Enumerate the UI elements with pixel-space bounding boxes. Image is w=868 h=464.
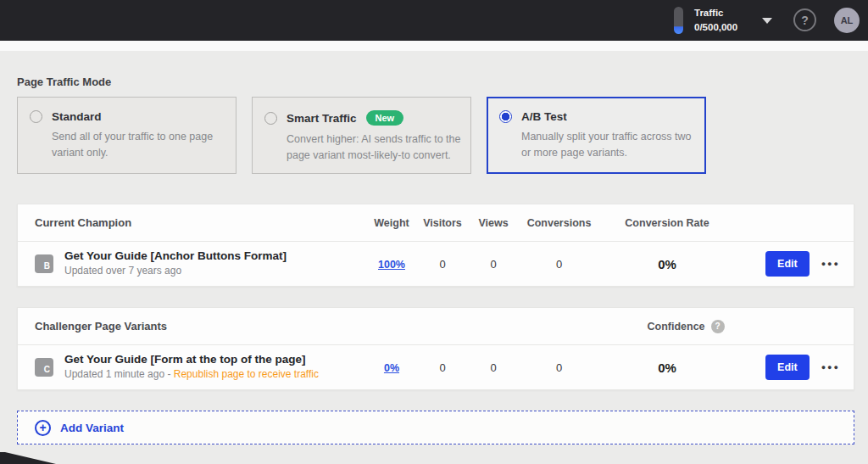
column-header-views: Views bbox=[468, 217, 519, 229]
column-header-visitors: Visitors bbox=[417, 217, 468, 229]
traffic-gauge-icon bbox=[674, 7, 683, 34]
views-value: 0 bbox=[468, 361, 519, 374]
mode-description: Manually split your traffic across two o… bbox=[521, 129, 704, 161]
column-header-conversion-rate: Conversion Rate bbox=[599, 217, 735, 229]
add-variant-button[interactable]: + Add Variant bbox=[17, 411, 854, 444]
mode-card-ab-test[interactable]: A/B Test Manually split your traffic acr… bbox=[487, 97, 706, 174]
page-traffic-mode-label: Page Traffic Mode bbox=[17, 75, 111, 88]
conversion-rate-value: 0% bbox=[599, 361, 735, 375]
challenger-table-header: Challenger Page Variants Confidence ? bbox=[18, 308, 854, 345]
top-navigation-bar: Traffic 0/500,000 ? AL bbox=[0, 0, 868, 41]
edit-button[interactable]: Edit bbox=[765, 251, 810, 277]
table-row: C Get Your Guide [Form at the top of the… bbox=[18, 345, 854, 389]
challenger-table-title: Challenger Page Variants bbox=[35, 320, 167, 333]
conversions-value: 0 bbox=[519, 258, 599, 271]
variant-badge: C bbox=[35, 358, 53, 377]
visitors-value: 0 bbox=[417, 361, 468, 374]
mode-title: Standard bbox=[52, 110, 102, 123]
header-divider bbox=[0, 41, 868, 51]
radio-ab-test[interactable] bbox=[499, 110, 512, 123]
radio-smart-traffic[interactable] bbox=[264, 112, 277, 125]
mode-title: A/B Test bbox=[521, 110, 567, 123]
mode-description: Send all of your traffic to one page var… bbox=[52, 129, 234, 161]
variant-name: Get Your Guide [Form at the top of the p… bbox=[64, 352, 319, 367]
traffic-usage: Traffic 0/500,000 bbox=[694, 6, 737, 35]
add-variant-label: Add Variant bbox=[60, 422, 124, 434]
column-header-confidence: Confidence bbox=[647, 321, 704, 333]
weight-link[interactable]: 100% bbox=[378, 259, 405, 271]
mode-card-standard[interactable]: Standard Send all of your traffic to one… bbox=[17, 97, 236, 174]
conversion-rate-value: 0% bbox=[599, 257, 735, 271]
champion-table-header: Current Champion Weight Visitors Views C… bbox=[18, 204, 854, 242]
mode-card-smart-traffic[interactable]: Smart Traffic New Convert higher: AI sen… bbox=[252, 97, 471, 174]
radio-standard[interactable] bbox=[30, 110, 42, 123]
column-header-conversions: Conversions bbox=[519, 217, 599, 229]
plus-circle-icon: + bbox=[35, 420, 51, 436]
new-badge: New bbox=[366, 110, 404, 126]
avatar[interactable]: AL bbox=[834, 8, 860, 33]
variant-updated: Updated over 7 years ago bbox=[64, 264, 287, 278]
table-row: B Get Your Guide [Anchor Buttons Format]… bbox=[18, 242, 854, 286]
chevron-down-icon[interactable] bbox=[762, 18, 772, 24]
views-value: 0 bbox=[468, 258, 519, 271]
traffic-mode-options: Standard Send all of your traffic to one… bbox=[17, 97, 706, 174]
variant-name: Get Your Guide [Anchor Buttons Format] bbox=[64, 249, 287, 264]
updated-text: Updated 1 minute ago - bbox=[64, 368, 170, 380]
background-corner-artifact bbox=[0, 452, 56, 464]
variant-updated: Updated 1 minute ago - Republish page to… bbox=[64, 367, 319, 382]
conversions-value: 0 bbox=[519, 361, 599, 374]
champion-table-title: Current Champion bbox=[35, 216, 131, 229]
variant-badge: B bbox=[35, 254, 53, 273]
help-icon[interactable]: ? bbox=[793, 8, 816, 31]
page-traffic-settings: Traffic 0/500,000 ? AL Page Traffic Mode… bbox=[0, 0, 868, 464]
republish-warning-link[interactable]: Republish page to receive traffic bbox=[174, 368, 319, 380]
current-champion-table: Current Champion Weight Visitors Views C… bbox=[17, 204, 854, 287]
mode-title: Smart Traffic bbox=[287, 112, 357, 125]
traffic-label: Traffic bbox=[694, 6, 737, 20]
weight-link[interactable]: 0% bbox=[384, 362, 399, 374]
visitors-value: 0 bbox=[417, 258, 468, 271]
more-options-icon[interactable]: ●●● bbox=[821, 260, 840, 268]
confidence-help-icon[interactable]: ? bbox=[711, 320, 725, 333]
column-header-weight: Weight bbox=[366, 217, 417, 229]
traffic-count: 0/500,000 bbox=[694, 20, 737, 35]
challenger-variants-table: Challenger Page Variants Confidence ? C … bbox=[17, 307, 854, 390]
mode-description: Convert higher: AI sends traffic to the … bbox=[287, 131, 469, 164]
edit-button[interactable]: Edit bbox=[765, 355, 810, 380]
more-options-icon[interactable]: ●●● bbox=[821, 363, 840, 372]
